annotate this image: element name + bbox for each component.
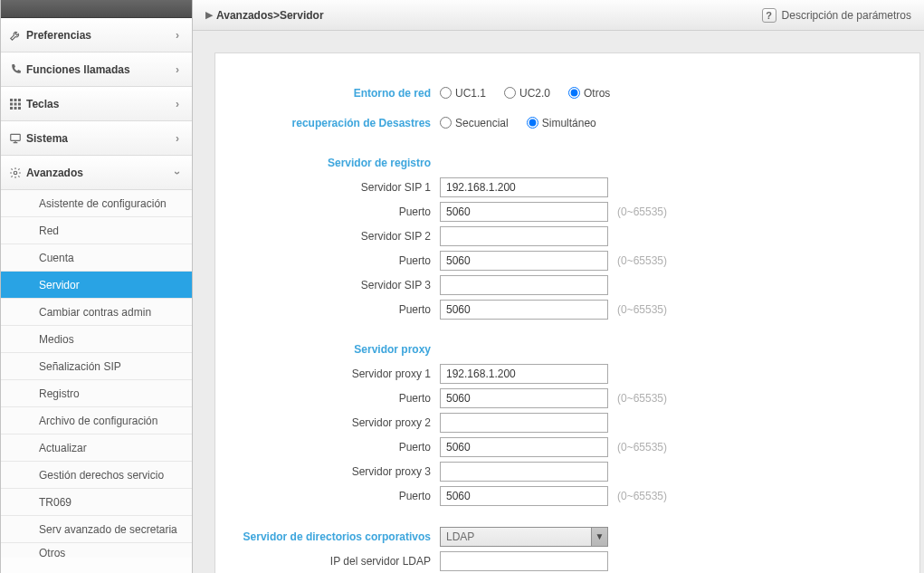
sidebar-item-tr069[interactable]: TR069 (1, 489, 192, 516)
chevron-down-icon: › (171, 171, 184, 175)
label-proxy1-port: Puerto (233, 392, 440, 405)
sidebar-item-serv-secretaria[interactable]: Serv avanzado de secretaria (1, 516, 192, 543)
monitor-icon (8, 131, 23, 146)
label-proxy2: Servidor proxy 2 (233, 416, 440, 429)
svg-rect-2 (18, 99, 21, 101)
sidebar-item-cuenta[interactable]: Cuenta (1, 244, 192, 272)
svg-point-10 (14, 171, 17, 175)
radio-secuencial[interactable]: Secuencial (440, 117, 509, 129)
svg-rect-1 (14, 99, 17, 101)
sidebar-section-sistema[interactable]: Sistema › (1, 121, 192, 156)
settings-panel: Entorno de red UC1.1 UC2.0 Otros recuper… (214, 53, 920, 573)
sidebar-section-label: Sistema (26, 132, 176, 145)
svg-rect-5 (18, 102, 21, 105)
svg-rect-6 (10, 107, 13, 110)
label-proxy3: Servidor proxy 3 (233, 465, 440, 478)
label-entorno-red: Entorno de red (233, 87, 440, 100)
hint: (0~65535) (617, 303, 667, 316)
chevron-right-icon: › (176, 98, 179, 110)
input-proxy3[interactable] (440, 462, 608, 482)
radio-label: Otros (584, 87, 610, 100)
chevron-right-icon: › (176, 132, 179, 145)
sidebar-item-label: Cambiar contras admin (39, 306, 151, 319)
sidebar-item-registro[interactable]: Registro (1, 380, 192, 407)
chevron-down-icon: ▼ (591, 528, 607, 546)
gear-icon (8, 166, 23, 180)
label-sip2: Servidor SIP 2 (233, 230, 440, 243)
sidebar-item-senalizacion-sip[interactable]: Señalización SIP (1, 353, 192, 380)
sidebar-item-label: TR069 (39, 496, 71, 509)
svg-rect-3 (10, 102, 13, 105)
radio-uc20[interactable]: UC2.0 (504, 87, 550, 100)
svg-rect-8 (18, 107, 21, 110)
label-sip1: Servidor SIP 1 (233, 181, 440, 194)
input-sip1[interactable] (440, 177, 608, 197)
sidebar-item-label: Medios (39, 333, 74, 346)
radio-label: UC2.0 (519, 87, 550, 100)
sidebar-item-asistente[interactable]: Asistente de configuración (1, 190, 192, 217)
sidebar-item-servidor[interactable]: Servidor (1, 272, 192, 299)
hint: (0~65535) (617, 441, 667, 454)
sidebar-item-otros[interactable]: Otros (1, 543, 192, 558)
input-proxy1-port[interactable] (440, 388, 608, 408)
help-label: Descripción de parámetros (782, 9, 911, 22)
svg-rect-4 (14, 102, 17, 105)
input-proxy1[interactable] (440, 364, 608, 384)
sidebar-item-medios[interactable]: Medios (1, 326, 192, 353)
radio-group-desastres: Secuencial Simultáneo (440, 117, 901, 129)
radio-label: Secuencial (455, 117, 509, 129)
sidebar-item-label: Red (39, 224, 59, 237)
input-proxy2[interactable] (440, 413, 608, 433)
radio-uc11[interactable]: UC1.1 (440, 87, 486, 100)
label-sip3-port: Puerto (233, 303, 440, 316)
sidebar-item-actualizar[interactable]: Actualizar (1, 435, 192, 462)
sidebar-section-teclas[interactable]: Teclas › (1, 87, 192, 121)
phone-icon (8, 62, 23, 77)
hint: (0~65535) (617, 490, 667, 502)
sidebar-item-cambiar-contras[interactable]: Cambiar contras admin (1, 299, 192, 326)
help-link[interactable]: ? Descripción de parámetros (762, 8, 911, 23)
label-proxy1: Servidor proxy 1 (233, 368, 440, 380)
label-proxy3-port: Puerto (233, 490, 440, 502)
sidebar-section-avanzados[interactable]: Avanzados › (1, 156, 192, 190)
sidebar-item-gestion-derechos[interactable]: Gestión derechos servicio (1, 462, 192, 489)
sidebar-item-label: Otros (39, 547, 65, 559)
svg-rect-7 (14, 107, 17, 110)
input-sip3-port[interactable] (440, 300, 608, 320)
chevron-right-icon: › (176, 63, 179, 76)
radio-otros[interactable]: Otros (568, 87, 610, 100)
input-proxy2-port[interactable] (440, 437, 608, 457)
breadcrumb-arrow-icon: ▶ (205, 9, 213, 21)
input-sip1-port[interactable] (440, 202, 608, 222)
radio-simultaneo[interactable]: Simultáneo (527, 117, 596, 129)
input-sip2-port[interactable] (440, 251, 608, 271)
sidebar-submenu-avanzados: Asistente de configuración Red Cuenta Se… (1, 190, 192, 558)
label-ldap-ip: IP del servidor LDAP (233, 555, 440, 568)
hint: (0~65535) (617, 392, 667, 405)
label-sip3: Servidor SIP 3 (233, 279, 440, 291)
main-area: ▶ Avanzados>Servidor ? Descripción de pa… (193, 0, 924, 573)
wrench-icon (8, 28, 23, 43)
select-corp-dir[interactable]: LDAP ▼ (440, 527, 608, 547)
sidebar-section-label: Funciones llamadas (26, 63, 176, 76)
breadcrumb-text: Avanzados>Servidor (216, 9, 324, 22)
sidebar-item-label: Actualizar (39, 442, 87, 454)
label-recuperacion: recuperación de Desastres (233, 117, 440, 129)
input-sip2[interactable] (440, 226, 608, 246)
sidebar-item-archivo-config[interactable]: Archivo de configuración (1, 407, 192, 435)
sidebar-section-funciones[interactable]: Funciones llamadas › (1, 53, 192, 87)
sidebar-section-label: Teclas (26, 98, 176, 110)
sidebar-item-label: Servidor (39, 279, 80, 291)
content-shell: Entorno de red UC1.1 UC2.0 Otros recuper… (193, 31, 924, 573)
radio-label: UC1.1 (455, 87, 486, 100)
sidebar-item-red[interactable]: Red (1, 217, 192, 244)
sidebar-item-label: Registro (39, 387, 80, 400)
grid-icon (8, 97, 23, 111)
sidebar-section-preferencias[interactable]: Preferencias › (1, 18, 192, 53)
hint: (0~65535) (617, 205, 667, 218)
input-proxy3-port[interactable] (440, 486, 608, 506)
sidebar: Preferencias › Funciones llamadas › Tecl… (0, 0, 193, 573)
svg-rect-0 (10, 99, 13, 101)
input-sip3[interactable] (440, 275, 608, 295)
input-ldap-ip[interactable] (440, 551, 608, 571)
